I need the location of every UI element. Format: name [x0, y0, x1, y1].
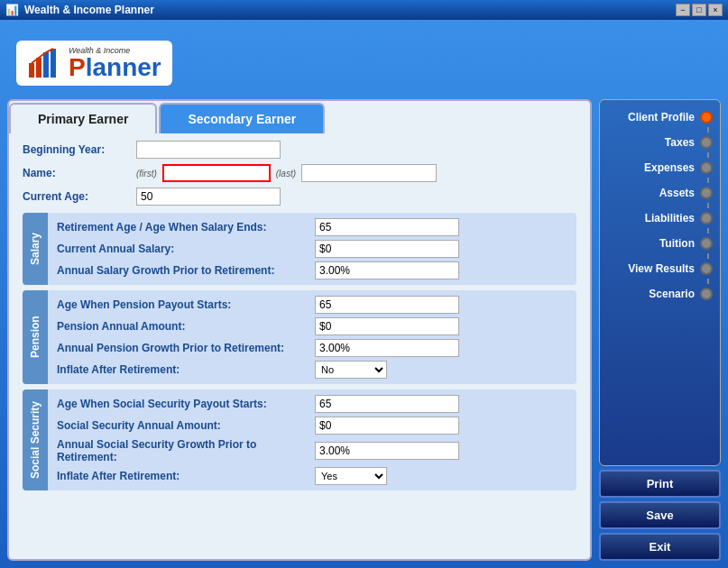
ss-input-1[interactable] [315, 417, 459, 435]
pension-label-1: Pension Annual Amount: [57, 320, 309, 333]
salary-row-2: Annual Salary Growth Prior to Retirement… [57, 261, 567, 279]
svg-rect-3 [51, 49, 56, 78]
first-name-input[interactable] [162, 164, 271, 182]
salary-section-label: Salary [23, 213, 48, 285]
nav-item-scenario[interactable]: Scenario [605, 284, 714, 304]
pension-section-label: Pension [23, 290, 48, 384]
pension-row-3: Inflate After Retirement: No Yes [57, 361, 567, 379]
nav-label-expenses: Expenses [644, 161, 695, 174]
pension-row-0: Age When Pension Payout Starts: [57, 296, 567, 314]
pension-inflate-select[interactable]: No Yes [315, 361, 387, 379]
nav-label-client-profile: Client Profile [628, 111, 695, 124]
minimize-button[interactable]: − [676, 4, 690, 16]
ss-label-2: Annual Social Security Growth Prior to R… [57, 438, 309, 463]
pension-label-2: Annual Pension Growth Prior to Retiremen… [57, 342, 309, 354]
last-name-hint: (last) [276, 169, 296, 179]
nav-item-assets[interactable]: Assets [605, 183, 714, 203]
social-security-section-label: Social Security [23, 389, 48, 490]
salary-input-2[interactable] [315, 261, 459, 279]
exit-button[interactable]: Exit [599, 533, 721, 561]
nav-label-assets: Assets [659, 187, 695, 199]
nav-label-tuition: Tuition [659, 237, 695, 250]
salary-label-0: Retirement Age / Age When Salary Ends: [57, 221, 309, 234]
nav-item-client-profile[interactable]: Client Profile [605, 107, 714, 127]
nav-dot-liabilities [700, 212, 713, 224]
tab-secondary-earner[interactable]: Secondary Earner [159, 103, 325, 133]
app-icon: 📊 [5, 4, 19, 16]
beginning-year-label: Beginning Year: [23, 143, 131, 156]
main-window: Wealth & Income Planner Primary Earner S… [0, 20, 728, 568]
window-title: Wealth & Income Planner [24, 4, 670, 16]
main-panel: Primary Earner Secondary Earner Beginnin… [7, 99, 592, 561]
nav-dot-client-profile [700, 111, 713, 124]
nav-dot-assets [700, 187, 713, 199]
pension-section: Pension Age When Pension Payout Starts: … [23, 290, 576, 384]
save-button[interactable]: Save [599, 501, 721, 529]
current-age-input[interactable] [136, 188, 281, 206]
ss-input-2[interactable] [315, 442, 459, 460]
pension-row-1: Pension Annual Amount: [57, 317, 567, 335]
ss-row-1: Social Security Annual Amount: [57, 417, 567, 435]
action-buttons: Print Save Exit [599, 470, 721, 561]
tab-primary-earner[interactable]: Primary Earner [9, 103, 157, 133]
ss-input-0[interactable] [315, 395, 459, 413]
logo-large-text: Planner [69, 55, 161, 80]
print-button[interactable]: Print [599, 470, 721, 498]
beginning-year-input[interactable] [136, 141, 281, 159]
title-bar-buttons: − □ × [676, 4, 723, 16]
logo-area: Wealth & Income Planner [7, 27, 721, 99]
nav-item-view-results[interactable]: View Results [605, 259, 714, 279]
nav-dot-taxes [700, 136, 713, 149]
nav-dot-expenses [700, 161, 713, 174]
logo-icon [27, 45, 63, 81]
nav-label-view-results: View Results [628, 262, 695, 275]
salary-input-1[interactable] [315, 240, 459, 258]
ss-row-3: Inflate After Retirement: Yes No [57, 467, 567, 485]
salary-row-1: Current Annual Salary: [57, 240, 567, 258]
pension-section-content: Age When Pension Payout Starts: Pension … [48, 290, 576, 384]
close-button[interactable]: × [708, 4, 723, 16]
salary-section: Salary Retirement Age / Age When Salary … [23, 213, 576, 285]
ss-label-3: Inflate After Retirement: [57, 470, 309, 482]
pension-label-3: Inflate After Retirement: [57, 363, 309, 376]
nav-label-scenario: Scenario [649, 288, 695, 300]
nav-item-expenses[interactable]: Expenses [605, 158, 714, 178]
current-age-row: Current Age: [23, 188, 576, 206]
pension-input-2[interactable] [315, 339, 459, 357]
beginning-year-row: Beginning Year: [23, 141, 576, 159]
pension-input-1[interactable] [315, 317, 459, 335]
svg-rect-2 [43, 52, 49, 78]
social-security-section-content: Age When Social Security Payout Starts: … [48, 389, 576, 490]
ss-row-0: Age When Social Security Payout Starts: [57, 395, 567, 413]
logo-box: Wealth & Income Planner [16, 41, 172, 86]
logo-text: Wealth & Income Planner [69, 46, 161, 80]
nav-item-tuition[interactable]: Tuition [605, 234, 714, 253]
form-area: Beginning Year: Name: (first) (last) Cur… [9, 132, 590, 559]
current-age-label: Current Age: [23, 190, 131, 203]
tabs: Primary Earner Secondary Earner [9, 101, 590, 132]
pension-row-2: Annual Pension Growth Prior to Retiremen… [57, 339, 567, 357]
pension-input-0[interactable] [315, 296, 459, 314]
pension-label-0: Age When Pension Payout Starts: [57, 298, 309, 311]
salary-input-0[interactable] [315, 218, 459, 236]
nav-label-taxes: Taxes [665, 136, 695, 149]
ss-label-0: Age When Social Security Payout Starts: [57, 398, 309, 410]
nav-dot-view-results [700, 262, 713, 275]
first-name-hint: (first) [136, 169, 157, 179]
ss-label-1: Social Security Annual Amount: [57, 419, 309, 432]
nav-dot-tuition [700, 237, 713, 250]
right-sidebar: Client Profile Taxes Expenses Assets [599, 99, 721, 561]
maximize-button[interactable]: □ [692, 4, 706, 16]
svg-rect-1 [36, 58, 41, 78]
name-label: Name: [23, 167, 131, 179]
nav-item-liabilities[interactable]: Liabilities [605, 208, 714, 228]
salary-section-content: Retirement Age / Age When Salary Ends: C… [48, 213, 576, 285]
svg-rect-0 [29, 63, 34, 78]
nav-panel: Client Profile Taxes Expenses Assets [599, 99, 721, 466]
salary-label-1: Current Annual Salary: [57, 243, 309, 255]
nav-item-taxes[interactable]: Taxes [605, 133, 714, 152]
ss-inflate-select[interactable]: Yes No [315, 467, 387, 485]
name-row: Name: (first) (last) [23, 164, 576, 182]
top-fields: Beginning Year: Name: (first) (last) Cur… [23, 141, 576, 206]
last-name-input[interactable] [301, 164, 437, 182]
